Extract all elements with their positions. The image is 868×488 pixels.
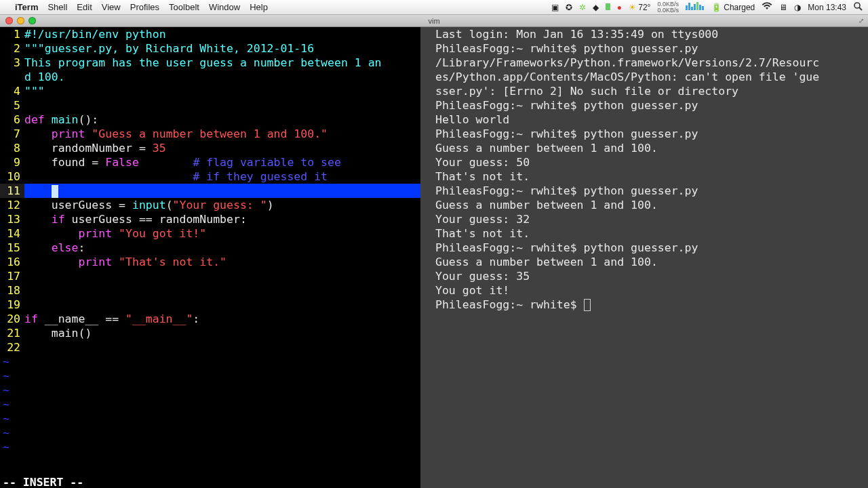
line-number: 20 — [0, 312, 24, 326]
menu-window[interactable]: Window — [209, 2, 240, 12]
vim-empty-line: ~ — [0, 354, 420, 369]
macos-menubar: iTerm Shell Edit View Profiles Toolbelt … — [0, 0, 868, 15]
line-number: 6 — [0, 113, 24, 127]
menu-view[interactable]: View — [102, 2, 121, 12]
display-icon[interactable]: 🖥 — [779, 3, 787, 12]
vim-empty-line: ~ — [0, 426, 420, 440]
line-number: 17 — [0, 269, 24, 283]
code-content: main() — [24, 326, 420, 340]
vim-empty-line: ~ — [0, 383, 420, 397]
shell-pane[interactable]: Last login: Mon Jan 16 13:35:49 on ttys0… — [433, 27, 868, 488]
shell-line: Your guess: 50 — [435, 155, 865, 169]
code-content: print "Guess a number between 1 and 100.… — [24, 127, 420, 141]
shell-prompt-line[interactable]: PhileasFogg:~ rwhite$ — [435, 298, 865, 312]
shell-line: es/Python.app/Contents/MacOS/Python: can… — [435, 70, 865, 84]
code-line: 16 print "That's not it." — [0, 255, 420, 269]
pane-divider[interactable] — [420, 27, 433, 488]
code-line: 2"""guesser.py, by Richard White, 2012-0… — [0, 41, 420, 56]
code-line: 13 if userGuess == randomNumber: — [0, 212, 420, 226]
code-line: 14 print "You got it!" — [0, 226, 420, 241]
vim-statusline: -- INSERT -- — [0, 474, 420, 488]
menu-toolbelt[interactable]: Toolbelt — [169, 2, 199, 12]
svg-line-1 — [859, 7, 862, 10]
wifi-icon[interactable] — [762, 2, 772, 12]
shell-line: PhileasFogg:~ rwhite$ python guesser.py — [435, 127, 865, 141]
shell-cursor — [584, 299, 591, 311]
code-line: 19 — [0, 298, 420, 312]
menu-edit[interactable]: Edit — [77, 2, 92, 12]
line-number: 14 — [0, 226, 24, 241]
code-line: 12 userGuess = input("Your guess: ") — [0, 198, 420, 212]
clock[interactable]: Mon 13:43 — [808, 3, 846, 12]
code-content: if userGuess == randomNumber: — [24, 212, 420, 226]
line-number: 13 — [0, 212, 24, 226]
line-number: 3 — [0, 56, 24, 70]
code-content: # if they guessed it — [24, 169, 420, 184]
code-content: """ — [24, 84, 420, 98]
shell-line: You got it! — [435, 283, 865, 298]
line-number — [0, 70, 24, 84]
line-number: 7 — [0, 127, 24, 141]
sync-icon[interactable]: ◑ — [794, 3, 801, 12]
status-icon[interactable]: ▣ — [551, 3, 559, 12]
network-status[interactable]: 0.0KB/s0.0KB/s — [657, 1, 679, 14]
vim-empty-line: ~ — [0, 369, 420, 383]
code-content: found = False # flag variable to see — [24, 155, 420, 169]
vim-empty-line: ~ — [0, 411, 420, 426]
close-window-button[interactable] — [5, 17, 13, 24]
code-content — [24, 340, 420, 354]
shell-line: Last login: Mon Jan 16 13:35:49 on ttys0… — [435, 27, 865, 41]
activity-bars-icon[interactable] — [686, 2, 705, 12]
line-number: 18 — [0, 283, 24, 298]
shell-line: PhileasFogg:~ rwhite$ python guesser.py — [435, 41, 865, 56]
code-line: 4""" — [0, 84, 420, 98]
code-line: 20if __name__ == "__main__": — [0, 312, 420, 326]
shell-prompt: PhileasFogg:~ rwhite$ — [435, 298, 584, 311]
status-icon[interactable]: ✪ — [566, 3, 572, 12]
zoom-window-button[interactable] — [28, 17, 36, 24]
vim-cursor — [52, 185, 58, 198]
line-number: 8 — [0, 141, 24, 155]
vim-empty-line: ~ — [0, 397, 420, 411]
code-content: print "That's not it." — [24, 255, 420, 269]
window-titlebar: vim ⤢ — [0, 15, 868, 27]
shell-line: PhileasFogg:~ rwhite$ python guesser.py — [435, 241, 865, 255]
status-icon[interactable]: ● — [617, 3, 622, 12]
code-content: d 100. — [24, 70, 420, 84]
window-title: vim — [428, 17, 439, 25]
code-line: 5 — [0, 98, 420, 113]
code-line: 1#!/usr/bin/env python — [0, 27, 420, 41]
code-line: 22 — [0, 340, 420, 354]
shell-line: Guess a number between 1 and 100. — [435, 141, 865, 155]
code-line: 10 # if they guessed it — [0, 169, 420, 184]
code-line: 17 — [0, 269, 420, 283]
line-number: 1 — [0, 27, 24, 41]
shell-line: Your guess: 35 — [435, 269, 865, 283]
line-number: 4 — [0, 84, 24, 98]
code-line: d 100. — [0, 70, 420, 84]
code-content — [24, 98, 420, 113]
svg-point-0 — [854, 3, 860, 8]
spotlight-icon[interactable] — [853, 1, 863, 13]
shell-line: PhileasFogg:~ rwhite$ python guesser.py — [435, 184, 865, 198]
minimize-window-button[interactable] — [17, 17, 24, 24]
code-content — [24, 184, 420, 198]
shell-line: That's not it. — [435, 169, 865, 184]
menu-profiles[interactable]: Profiles — [130, 2, 159, 12]
line-number: 15 — [0, 241, 24, 255]
temperature-status[interactable]: ☀ 72° — [629, 3, 651, 12]
status-icon[interactable]: ✲ — [579, 3, 586, 12]
code-line: 3This program has the user guess a numbe… — [0, 56, 420, 70]
line-number: 9 — [0, 155, 24, 169]
menu-shell[interactable]: Shell — [47, 2, 67, 12]
status-icon[interactable]: ◆ — [593, 3, 599, 12]
vim-pane[interactable]: 1#!/usr/bin/env python2"""guesser.py, by… — [0, 27, 420, 488]
menu-help[interactable]: Help — [250, 2, 268, 12]
code-line: 8 randomNumber = 35 — [0, 141, 420, 155]
status-icon[interactable] — [606, 3, 610, 12]
line-number: 2 — [0, 41, 24, 56]
app-name[interactable]: iTerm — [15, 2, 38, 12]
code-content: #!/usr/bin/env python — [24, 27, 420, 41]
expand-icon[interactable]: ⤢ — [859, 17, 864, 24]
battery-status[interactable]: 🔋 Charged — [711, 3, 755, 12]
